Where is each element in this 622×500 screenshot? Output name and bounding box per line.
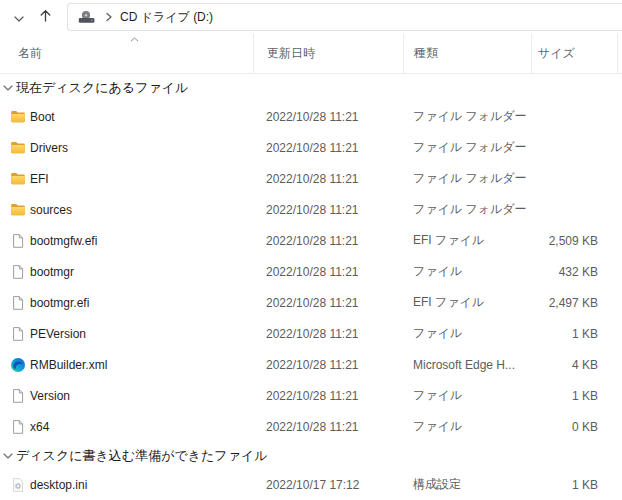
date-modified-cell: 2022/10/28 11:21 [253,203,403,217]
date-modified-cell: 2022/10/28 11:21 [253,141,403,155]
chevron-down-icon[interactable] [2,85,13,91]
size-cell: 4 KB [531,358,618,372]
microsoft-edge-logo-icon [10,357,26,373]
column-header-size[interactable]: サイズ [531,34,618,73]
size-cell: 0 KB [531,420,618,434]
blank-document-icon [10,264,26,280]
date-modified-cell: 2022/10/28 11:21 [253,234,403,248]
cd-drive-icon [78,10,96,25]
type-cell: ファイル [403,263,531,280]
column-header-date-modified[interactable]: 更新日時 [253,34,403,73]
name-cell: bootmgfw.efi [0,233,253,249]
file-name: Drivers [30,141,68,155]
chevron-down-icon [14,10,24,25]
blank-document-icon [10,295,26,311]
yellow-folder-icon [10,109,26,125]
file-row[interactable]: PEVersion 2022/10/28 11:21 ファイル 1 KB [0,318,622,349]
type-cell: ファイル [403,418,531,435]
column-header-type[interactable]: 種類 [403,34,531,73]
blank-document-icon [10,233,26,249]
column-header-date-label: 更新日時 [267,45,315,62]
sort-ascending-icon [130,37,139,42]
name-cell: Version [0,388,253,404]
date-modified-cell: 2022/10/28 11:21 [253,327,403,341]
file-row[interactable]: bootmgr 2022/10/28 11:21 ファイル 432 KB [0,256,622,287]
name-cell: Drivers [0,140,253,156]
file-name: EFI [30,172,49,186]
file-name: bootmgfw.efi [30,234,97,248]
file-name: PEVersion [30,327,86,341]
size-cell: 1 KB [531,478,618,492]
size-cell: 2,497 KB [531,296,618,310]
file-row[interactable]: sources 2022/10/28 11:21 ファイル フォルダー [0,194,622,225]
file-name: x64 [30,420,49,434]
name-cell: Boot [0,109,253,125]
file-row[interactable]: RMBuilder.xml 2022/10/28 11:21 Microsoft… [0,349,622,380]
file-name: bootmgr.efi [30,296,89,310]
address-bar[interactable]: CD ドライブ (D:) [67,3,622,31]
chevron-right-icon [105,12,113,22]
date-modified-cell: 2022/10/28 11:21 [253,296,403,310]
type-cell: EFI ファイル [403,232,531,249]
name-cell: desktop.ini [0,477,253,493]
file-list: 現在ディスクにあるファイル Boot 2022/10/28 11:21 ファイル… [0,74,622,500]
name-cell: sources [0,202,253,218]
column-header-name-label: 名前 [18,45,42,62]
size-cell: 2,509 KB [531,234,618,248]
file-row[interactable]: EFI 2022/10/28 11:21 ファイル フォルダー [0,163,622,194]
name-cell: PEVersion [0,326,253,342]
date-modified-cell: 2022/10/28 11:21 [253,172,403,186]
file-name: sources [30,203,72,217]
file-name: Boot [30,110,55,124]
name-cell: bootmgr [0,264,253,280]
column-header-name[interactable]: 名前 [0,34,253,73]
type-cell: ファイル フォルダー [403,201,531,218]
name-cell: EFI [0,171,253,187]
date-modified-cell: 2022/10/28 11:21 [253,110,403,124]
file-row[interactable]: Version 2022/10/28 11:21 ファイル 1 KB [0,380,622,411]
name-cell: x64 [0,419,253,435]
group-header[interactable]: ディスクに書き込む準備ができたファイル [0,442,622,469]
file-row[interactable]: Boot 2022/10/28 11:21 ファイル フォルダー [0,101,622,132]
type-cell: ファイル フォルダー [403,108,531,125]
date-modified-cell: 2022/10/28 11:21 [253,358,403,372]
date-modified-cell: 2022/10/28 11:21 [253,265,403,279]
type-cell: ファイル [403,387,531,404]
history-dropdown-button[interactable] [6,4,32,30]
date-modified-cell: 2022/10/28 11:21 [253,420,403,434]
blank-document-icon [10,326,26,342]
type-cell: ファイル フォルダー [403,170,531,187]
column-header-type-label: 種類 [414,45,438,62]
size-cell: 432 KB [531,265,618,279]
file-row[interactable]: bootmgr.efi 2022/10/28 11:21 EFI ファイル 2,… [0,287,622,318]
file-row[interactable]: Drivers 2022/10/28 11:21 ファイル フォルダー [0,132,622,163]
type-cell: Microsoft Edge H... [403,358,531,372]
size-cell: 1 KB [531,327,618,341]
name-cell: bootmgr.efi [0,295,253,311]
breadcrumb-drive[interactable]: CD ドライブ (D:) [120,9,213,26]
up-button[interactable] [32,4,58,30]
file-row[interactable]: bootmgfw.efi 2022/10/28 11:21 EFI ファイル 2… [0,225,622,256]
file-row[interactable]: x64 2022/10/28 11:21 ファイル 0 KB [0,411,622,442]
file-name: desktop.ini [30,478,87,492]
type-cell: ファイル [403,325,531,342]
arrow-up-icon [38,8,53,26]
yellow-folder-icon [10,140,26,156]
blank-document-icon [10,388,26,404]
type-cell: EFI ファイル [403,294,531,311]
group-label: 現在ディスクにあるファイル [16,79,188,97]
group-header[interactable]: 現在ディスクにあるファイル [0,74,622,101]
file-row[interactable]: desktop.ini 2022/10/17 17:12 構成設定 1 KB [0,469,622,500]
file-name: bootmgr [30,265,74,279]
chevron-down-icon[interactable] [2,453,13,459]
size-cell: 1 KB [531,389,618,403]
yellow-folder-icon [10,171,26,187]
type-cell: ファイル フォルダー [403,139,531,156]
name-cell: RMBuilder.xml [0,357,253,373]
yellow-folder-icon [10,202,26,218]
explorer-window: CD ドライブ (D:) 名前 更新日時 種類 サイズ 現在ディスクにあるファイ… [0,0,622,500]
toolbar: CD ドライブ (D:) [0,0,622,34]
type-cell: 構成設定 [403,476,531,493]
file-name: Version [30,389,70,403]
group-label: ディスクに書き込む準備ができたファイル [16,447,268,465]
